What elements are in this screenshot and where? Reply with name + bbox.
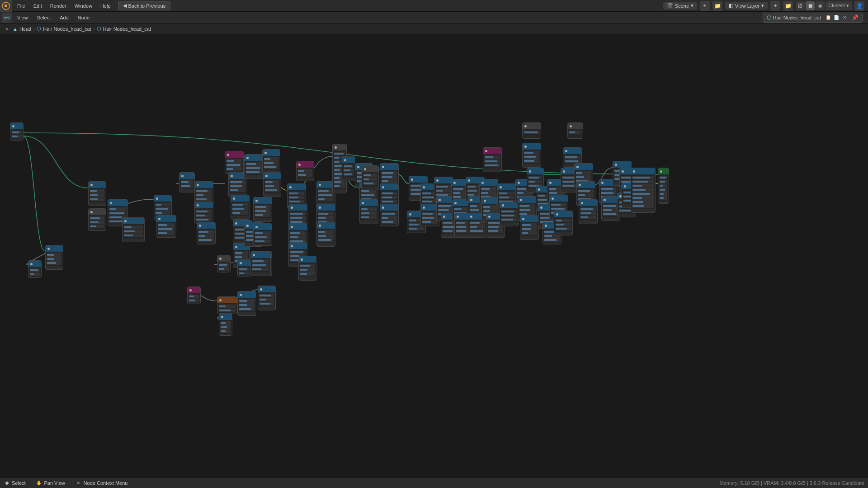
node-box-n38[interactable] xyxy=(362,165,379,190)
node-box-n64[interactable] xyxy=(522,143,541,168)
menu-help[interactable]: Help xyxy=(97,2,114,9)
menu-node[interactable]: Node xyxy=(74,14,93,21)
node-box-n7[interactable] xyxy=(156,215,176,238)
node-body-n86 xyxy=(658,174,669,201)
node-box-n60[interactable] xyxy=(500,202,519,226)
menu-edit[interactable]: Edit xyxy=(30,2,46,9)
breadcrumb-hair-nodes-label-2: Hair Nodes_head_cat xyxy=(103,26,151,32)
node-box-n37[interactable] xyxy=(359,199,378,224)
node-row xyxy=(300,268,315,272)
context-label: Node Context Menu xyxy=(84,480,128,486)
back-to-previous-button[interactable]: ◀ Back to Previous xyxy=(118,1,171,10)
open-view-layer-button[interactable]: 📁 xyxy=(783,1,793,11)
node-box-n55[interactable] xyxy=(483,147,502,172)
node-header-n94 xyxy=(238,291,256,298)
node-box-n94[interactable] xyxy=(237,291,256,316)
menu-select[interactable]: Select xyxy=(33,14,55,21)
menu-add[interactable]: Add xyxy=(56,14,72,21)
breadcrumb-item-head[interactable]: ▲ Head xyxy=(13,26,31,32)
node-box-n93[interactable] xyxy=(217,296,237,314)
node-box-n95[interactable] xyxy=(258,286,276,310)
node-row xyxy=(252,267,269,271)
node-box-n89[interactable] xyxy=(217,255,231,272)
view-layer-label: View Layer xyxy=(735,3,760,9)
node-row xyxy=(632,184,654,188)
menu-view[interactable]: View xyxy=(14,14,32,21)
node-row xyxy=(265,188,279,192)
node-box-n78[interactable] xyxy=(579,199,598,224)
node-box-n11[interactable] xyxy=(197,222,216,244)
node-box-n20[interactable] xyxy=(262,149,280,174)
node-box-n63[interactable] xyxy=(520,215,539,240)
node-row xyxy=(109,207,126,211)
user-preferences-button[interactable]: 👤 xyxy=(854,1,864,11)
menu-file[interactable]: File xyxy=(14,2,29,9)
editor-type-button[interactable] xyxy=(2,13,12,23)
node-box-n12[interactable] xyxy=(225,151,244,174)
node-box-n4[interactable] xyxy=(122,217,145,242)
node-row xyxy=(30,268,40,272)
node-box-n14[interactable] xyxy=(231,195,250,220)
view-layer-selector[interactable]: ◧ View Layer ▾ xyxy=(725,2,768,9)
node-box-n91[interactable] xyxy=(250,251,271,276)
node-row xyxy=(363,178,377,181)
select-label: Select xyxy=(12,480,26,486)
node-box-n39[interactable] xyxy=(380,163,399,186)
node-box-n75[interactable] xyxy=(567,122,583,139)
node-editor-header: View Select Add Node ⬡ Hair Nodes_head_c… xyxy=(0,12,868,23)
solid-mode-button[interactable]: ▦ xyxy=(806,1,815,10)
node-box-n10[interactable] xyxy=(194,202,213,224)
node-box-n23[interactable] xyxy=(253,223,272,246)
scene-selector[interactable]: 🎬 Scene ▾ xyxy=(663,2,697,9)
breadcrumb-item-hair-nodes-2[interactable]: ⬡ Hair Nodes_head_cat xyxy=(97,26,151,32)
node-box-n65[interactable] xyxy=(522,122,541,139)
node-row xyxy=(246,170,263,174)
node-box-n21[interactable] xyxy=(263,172,281,197)
node-box-n32[interactable] xyxy=(316,222,335,247)
node-box-n88[interactable] xyxy=(28,260,42,278)
pin-button[interactable]: 📌 xyxy=(852,14,859,21)
node-row xyxy=(524,131,539,134)
node-box-n29[interactable] xyxy=(298,256,316,281)
node-box-n92[interactable] xyxy=(187,286,201,304)
new-scene-button[interactable]: + xyxy=(700,1,710,11)
render-mode-button[interactable]: 🖼 xyxy=(796,1,805,10)
node-box-n90[interactable] xyxy=(237,259,251,277)
node-box-n34[interactable] xyxy=(342,156,355,181)
menu-render[interactable]: Render xyxy=(47,2,70,9)
node-box-n2[interactable] xyxy=(88,181,106,206)
node-box-n86[interactable] xyxy=(658,168,669,204)
breadcrumb-toggle[interactable]: ▸ xyxy=(4,25,11,33)
node-row xyxy=(318,230,334,234)
node-box-n8[interactable] xyxy=(179,172,195,192)
node-box-n85[interactable] xyxy=(631,168,656,213)
node-box-n28[interactable] xyxy=(296,161,314,181)
node-header-n14 xyxy=(231,195,249,202)
svg-point-2 xyxy=(4,17,6,19)
select-icon: ◉ xyxy=(4,480,10,486)
status-sep-2: | xyxy=(72,480,74,486)
node-editor-canvas[interactable] xyxy=(0,34,868,477)
node-box-n5[interactable] xyxy=(88,208,106,231)
menu-window[interactable]: Window xyxy=(71,2,96,9)
copy-node-button[interactable]: 📋 xyxy=(825,14,832,21)
node-box-n18[interactable] xyxy=(244,154,264,179)
node-row xyxy=(298,169,312,173)
node-box-n1[interactable] xyxy=(10,122,24,141)
svg-point-1 xyxy=(5,5,7,7)
filter-dropdown[interactable]: Closest ▾ xyxy=(826,1,852,10)
node-header-n55 xyxy=(483,148,501,154)
node-box-n22[interactable] xyxy=(253,197,272,222)
duplicate-node-button[interactable]: 📄 xyxy=(833,14,840,21)
material-mode-button[interactable]: ◉ xyxy=(816,1,825,10)
new-view-layer-button[interactable]: + xyxy=(770,1,780,11)
close-node-button[interactable]: ✕ xyxy=(841,14,848,21)
node-box-n41[interactable] xyxy=(380,204,399,226)
node-row xyxy=(334,152,345,155)
node-box-n96[interactable] xyxy=(219,313,232,336)
node-box-n87[interactable] xyxy=(45,245,63,270)
node-row xyxy=(290,235,306,239)
breadcrumb-item-hair-nodes-1[interactable]: ⬡ Hair Nodes_head_cat xyxy=(37,26,91,32)
open-file-button[interactable]: 📁 xyxy=(712,1,722,11)
node-box-n72[interactable] xyxy=(554,211,573,235)
